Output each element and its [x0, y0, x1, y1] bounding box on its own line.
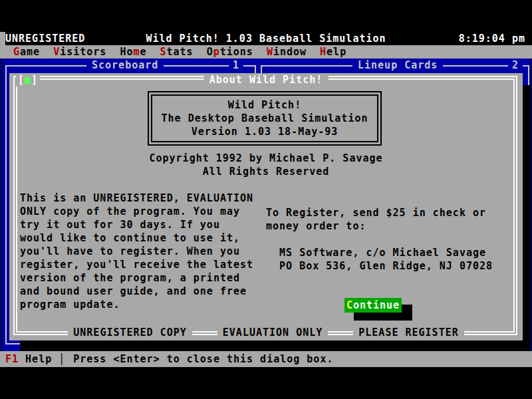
flag-please-register: PLEASE REGISTER: [353, 326, 464, 339]
flag-unregistered-copy: UNREGISTERED COPY: [68, 326, 192, 339]
menu-item-visitors[interactable]: Visitors: [53, 45, 106, 59]
desktop-left-edge: [0, 59, 3, 351]
license-text: This is an UNREGISTERED, EVALUATION ONLY…: [20, 192, 274, 311]
close-square-icon: ■: [25, 74, 31, 86]
menu-item-game[interactable]: Game: [13, 45, 40, 59]
flag-evaluation-only: EVALUATION ONLY: [217, 326, 328, 339]
scoreboard-window-title[interactable]: Scoreboard: [86, 59, 164, 72]
lineup-window-number: 2: [508, 59, 523, 72]
menu-item-stats[interactable]: Stats: [160, 45, 194, 59]
scoreboard-window-number: 1: [229, 59, 243, 72]
menu-item-window[interactable]: Window: [267, 45, 307, 59]
lineup-frame-right: [528, 65, 529, 85]
dialog-close-button[interactable]: [■]: [16, 73, 40, 86]
status-bar: F1 Help│Press <Enter> to close this dial…: [0, 351, 532, 367]
f1-help-shortcut[interactable]: F1 Help: [5, 353, 52, 365]
dialog-title: About Wild Pitch!: [204, 73, 329, 86]
copyright-text: Copyright 1992 by Michael P. Savage All …: [9, 152, 523, 178]
app-title: Wild Pitch! 1.03 Baseball Simulation: [0, 32, 532, 45]
desktop: Scoreboard 1 Lineup Cards 2 [■] About Wi…: [0, 59, 532, 351]
status-separator: │: [59, 353, 65, 365]
top-title-bar: UNREGISTERED Wild Pitch! 1.03 Baseball S…: [0, 32, 532, 45]
dialog-shadow-bottom: [20, 340, 531, 351]
menu-item-options[interactable]: Options: [207, 45, 253, 59]
continue-button[interactable]: Continue: [344, 298, 402, 313]
about-dialog: [■] About Wild Pitch! Wild Pitch! The De…: [9, 73, 523, 340]
clock: 8:19:04 pm: [459, 32, 525, 45]
menu-bar: Game Visitors Home Stats Options Window …: [0, 45, 532, 59]
dos-screen: UNREGISTERED Wild Pitch! 1.03 Baseball S…: [0, 0, 532, 399]
dialog-shadow-right: [523, 85, 531, 351]
status-message: Press <Enter> to close this dialog box.: [73, 353, 333, 365]
register-info-text: To Register, send $25 in check or money …: [266, 206, 519, 273]
footer-flags: UNREGISTERED COPY EVALUATION ONLY PLEASE…: [9, 326, 523, 339]
scoreboard-frame-left: [5, 65, 7, 344]
lineup-window-title[interactable]: Lineup Cards: [352, 59, 443, 72]
version-box: Wild Pitch! The Desktop Baseball Simulat…: [148, 91, 382, 146]
menu-item-home[interactable]: Home: [120, 45, 146, 59]
menu-item-help[interactable]: Help: [320, 45, 346, 59]
